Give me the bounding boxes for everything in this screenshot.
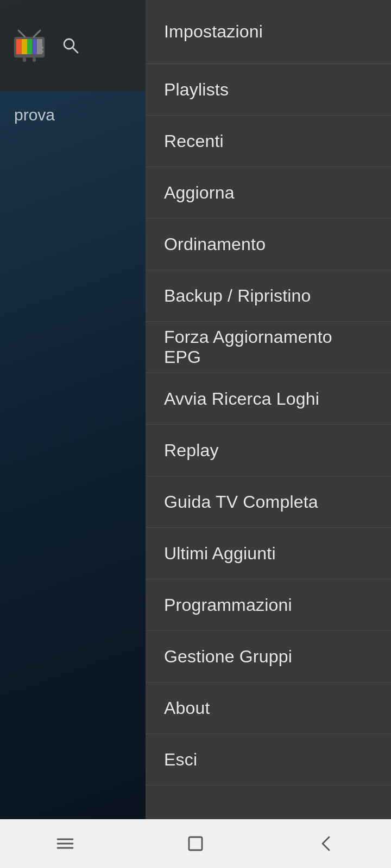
app-logo <box>11 27 48 64</box>
svg-line-14 <box>73 48 78 53</box>
dropdown-menu: ImpostazioniPlaylistsRecentiAggiornaOrdi… <box>146 0 391 819</box>
menu-item-label-replay: Replay <box>164 441 219 461</box>
menu-item-label-avvia-ricerca-loghi: Avvia Ricerca Loghi <box>164 389 319 409</box>
menu-item-avvia-ricerca-loghi[interactable]: Avvia Ricerca Loghi <box>146 373 391 425</box>
navigation-bar <box>0 819 391 868</box>
menu-item-about[interactable]: About <box>146 682 391 734</box>
menu-item-ordinamento[interactable]: Ordinamento <box>146 219 391 270</box>
menu-item-label-esci: Esci <box>164 750 197 770</box>
menu-item-aggiorna[interactable]: Aggiorna <box>146 167 391 219</box>
hamburger-menu-button[interactable] <box>43 827 87 860</box>
menu-item-label-backup-ripristino: Backup / Ripristino <box>164 286 311 306</box>
menu-item-recenti[interactable]: Recenti <box>146 116 391 167</box>
menu-item-label-forza-aggiornamento-epg: Forza Aggiornamento EPG <box>164 327 373 367</box>
menu-item-label-gestione-gruppi: Gestione Gruppi <box>164 647 292 667</box>
svg-line-9 <box>18 30 25 37</box>
menu-item-programmazioni[interactable]: Programmazioni <box>146 579 391 631</box>
menu-item-backup-ripristino[interactable]: Backup / Ripristino <box>146 270 391 322</box>
menu-item-ultimi-aggiunti[interactable]: Ultimi Aggiunti <box>146 528 391 579</box>
svg-rect-18 <box>189 837 202 850</box>
svg-rect-2 <box>16 39 22 54</box>
header <box>0 0 146 91</box>
menu-item-guida-tv-completa[interactable]: Guida TV Completa <box>146 476 391 528</box>
menu-item-forza-aggiornamento-epg[interactable]: Forza Aggiornamento EPG <box>146 322 391 373</box>
menu-item-label-impostazioni: Impostazioni <box>164 22 263 42</box>
menu-item-label-ultimi-aggiunti: Ultimi Aggiunti <box>164 544 276 564</box>
menu-item-label-recenti: Recenti <box>164 131 224 151</box>
user-label: prova <box>14 106 55 124</box>
svg-rect-7 <box>23 58 26 62</box>
svg-rect-5 <box>32 39 37 54</box>
menu-item-label-ordinamento: Ordinamento <box>164 234 266 254</box>
back-button[interactable] <box>304 827 348 860</box>
home-button[interactable] <box>174 827 217 860</box>
svg-rect-3 <box>22 39 27 54</box>
menu-item-esci[interactable]: Esci <box>146 734 391 786</box>
svg-line-10 <box>34 30 40 37</box>
menu-item-label-programmazioni: Programmazioni <box>164 595 292 615</box>
svg-point-11 <box>41 47 43 49</box>
menu-item-label-playlists: Playlists <box>164 80 229 100</box>
svg-rect-8 <box>33 58 36 62</box>
svg-rect-4 <box>27 39 32 54</box>
menu-item-impostazioni[interactable]: Impostazioni <box>146 0 391 64</box>
search-button[interactable] <box>59 34 83 58</box>
menu-item-label-about: About <box>164 698 210 718</box>
menu-item-playlists[interactable]: Playlists <box>146 64 391 116</box>
svg-point-12 <box>41 50 43 53</box>
menu-item-label-guida-tv-completa: Guida TV Completa <box>164 492 318 512</box>
menu-item-gestione-gruppi[interactable]: Gestione Gruppi <box>146 631 391 682</box>
menu-item-label-aggiorna: Aggiorna <box>164 183 235 203</box>
menu-item-replay[interactable]: Replay <box>146 425 391 476</box>
